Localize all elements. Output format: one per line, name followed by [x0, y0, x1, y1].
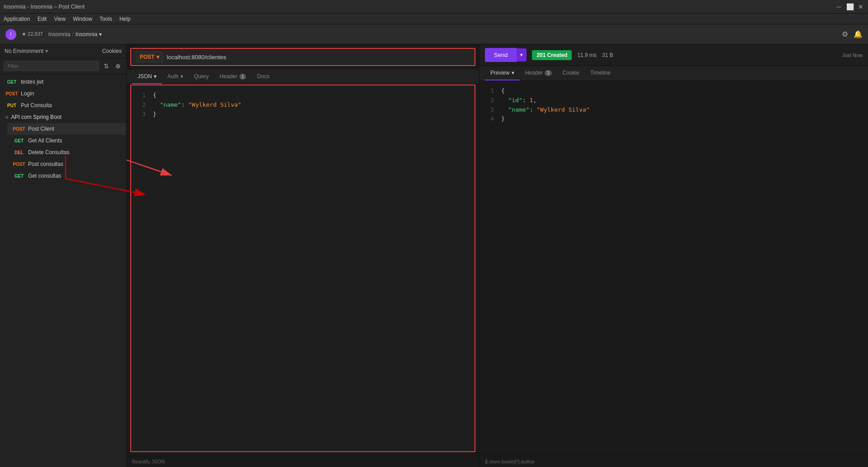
method-post-badge: POST [5, 91, 18, 96]
sidebar-item-label: Delete Consultas [28, 149, 69, 156]
menu-help[interactable]: Help [119, 16, 131, 22]
search-input[interactable] [4, 61, 99, 71]
method-get-badge: GET [13, 174, 25, 179]
menu-application[interactable]: Application [4, 16, 30, 22]
resp-line-2: 2 "id": 1, [487, 96, 861, 105]
env-selector[interactable]: No Environment ▾ [5, 48, 48, 54]
breadcrumb-current[interactable]: Insomnia ▾ [76, 31, 102, 38]
breadcrumb-separator: / [72, 31, 73, 38]
beautify-json-label[interactable]: Beautify JSON [132, 459, 165, 464]
sidebar-item-label: Post Client [28, 126, 54, 132]
sidebar-item-post-client[interactable]: POST Post Client [7, 123, 126, 135]
middle-content: POST ▾ JSON ▾ Auth ▾ Query [127, 44, 868, 467]
menu-tools[interactable]: Tools [100, 16, 112, 22]
request-body-editor[interactable]: 1 { 2 "name": "Wylkerd Silva" 3 } [131, 85, 474, 124]
code-line-2: 2 "name": "Wylkerd Silva" [138, 100, 467, 110]
tab-query[interactable]: Query [189, 70, 214, 84]
menu-view[interactable]: View [54, 16, 66, 22]
send-button-group: Send ▾ [485, 48, 526, 62]
group-label: API com Spring Boot [11, 114, 61, 120]
sidebar-item-delete-consultas[interactable]: DEL Delete Consultas [7, 146, 126, 158]
query-bar-placeholder[interactable]: $.store.books[*].author [485, 459, 535, 464]
tab-json[interactable]: JSON ▾ [132, 70, 162, 84]
resp-line-4: 4 } [487, 114, 861, 124]
method-get-badge: GET [5, 80, 18, 85]
url-bar-container: POST ▾ [130, 48, 475, 66]
sidebar-item-label: testes jwt [21, 79, 43, 85]
request-tabs: JSON ▾ Auth ▾ Query Header 1 Docs [127, 70, 479, 85]
method-selector[interactable]: POST ▾ [136, 52, 163, 62]
sidebar-list: GET testes jwt POST Login PUT Put Consul… [0, 74, 126, 467]
star-count: ★ 22,937 [22, 31, 43, 37]
send-button[interactable]: Send [485, 48, 517, 62]
env-label: No Environment [5, 48, 43, 54]
tab-auth[interactable]: Auth ▾ [162, 70, 189, 84]
method-post-badge: POST [13, 127, 25, 132]
sidebar-item-label: Get consultas [28, 173, 61, 179]
sort-button[interactable]: ⇅ [102, 61, 111, 71]
sidebar-item-testes-jwt[interactable]: GET testes jwt [0, 76, 126, 88]
topbar-icons: ⚙ 🔔 [842, 30, 863, 38]
resp-tab-cookie[interactable]: Cookie [557, 66, 585, 80]
resp-line-3: 3 "name": "Wylkerd Silva" [487, 105, 861, 115]
tab-docs[interactable]: Docs [251, 70, 275, 84]
sidebar-item-login[interactable]: POST Login [0, 88, 126, 99]
tab-header[interactable]: Header 1 [214, 70, 251, 84]
response-timestamp: Just Now [842, 52, 863, 58]
minimize-button[interactable]: ─ [835, 3, 843, 10]
menu-window[interactable]: Window [73, 16, 92, 22]
sidebar-item-post-consultas[interactable]: POST Post consultas [7, 158, 126, 170]
request-body-wrapper: 1 { 2 "name": "Wylkerd Silva" 3 } [130, 85, 475, 452]
sidebar: No Environment ▾ Cookies ⇅ ⊕ GET testes … [0, 44, 127, 467]
response-header: Send ▾ 201 Created 11.9 ms 31 B Just Now [479, 44, 868, 66]
sidebar-top: No Environment ▾ Cookies [0, 44, 126, 58]
response-bottom-bar: $.store.books[*].author [479, 456, 868, 467]
sidebar-search-row: ⇅ ⊕ [0, 58, 126, 74]
sidebar-item-label: Put Consulta [21, 102, 52, 108]
cookies-button[interactable]: Cookies [102, 48, 122, 54]
status-badge: 201 Created [532, 50, 572, 60]
send-dropdown-button[interactable]: ▾ [517, 48, 526, 61]
topbar: I ★ 22,937 Insomnia / Insomnia ▾ ⚙ 🔔 [0, 24, 868, 44]
sidebar-group-items: POST Post Client GET Get All Clients DEL… [0, 123, 126, 182]
notification-icon[interactable]: 🔔 [854, 30, 863, 38]
settings-icon[interactable]: ⚙ [842, 30, 848, 38]
close-button[interactable]: ✕ [857, 3, 864, 10]
add-request-button[interactable]: ⊕ [114, 61, 123, 71]
sidebar-group-api[interactable]: ≡ API com Spring Boot [0, 111, 126, 123]
method-get-badge: GET [13, 138, 25, 143]
main-layout: No Environment ▾ Cookies ⇅ ⊕ GET testes … [0, 44, 868, 467]
resp-line-1: 1 { [487, 86, 861, 96]
method-put-badge: PUT [5, 103, 18, 108]
code-line-1: 1 { [138, 91, 467, 100]
menubar: Application Edit View Window Tools Help [0, 14, 868, 24]
response-body: 1 { 2 "id": 1, 3 "name": "Wylkerd Silva" [479, 81, 868, 456]
app-logo: I [5, 29, 16, 40]
response-tabs: Preview ▾ Header 3 Cookie Timeline [479, 66, 868, 81]
response-size: 31 B [602, 52, 613, 58]
sidebar-item-label: Login [21, 90, 34, 97]
resp-tab-header[interactable]: Header 3 [520, 66, 557, 80]
method-dropdown-icon: ▾ [157, 54, 159, 60]
sidebar-item-get-all-clients[interactable]: GET Get All Clients [7, 135, 126, 146]
url-bar: POST ▾ [131, 49, 474, 65]
group-icon: ≡ [5, 114, 8, 120]
response-time: 11.9 ms [577, 52, 597, 58]
sidebar-item-put-consulta[interactable]: PUT Put Consulta [0, 99, 126, 111]
method-del-badge: DEL [13, 150, 25, 155]
url-input[interactable] [167, 54, 470, 61]
sidebar-item-get-consultas[interactable]: GET Get consultas [7, 170, 126, 182]
window-controls: ─ ⬜ ✕ [835, 3, 864, 10]
env-dropdown-icon: ▾ [45, 48, 48, 54]
resp-tab-timeline[interactable]: Timeline [585, 66, 616, 80]
resp-tab-preview[interactable]: Preview ▾ [485, 66, 520, 80]
breadcrumb: Insomnia / Insomnia ▾ [48, 31, 102, 38]
sidebar-item-label: Get All Clients [28, 137, 62, 144]
method-post-badge: POST [13, 162, 25, 167]
request-bottom-bar: Beautify JSON [127, 456, 479, 467]
menu-edit[interactable]: Edit [38, 16, 47, 22]
code-line-3: 3 } [138, 110, 467, 119]
window-title: Insomnia - Insomnia – Post Client [4, 4, 85, 10]
maximize-button[interactable]: ⬜ [846, 3, 854, 10]
breadcrumb-workspace[interactable]: Insomnia [48, 31, 71, 38]
